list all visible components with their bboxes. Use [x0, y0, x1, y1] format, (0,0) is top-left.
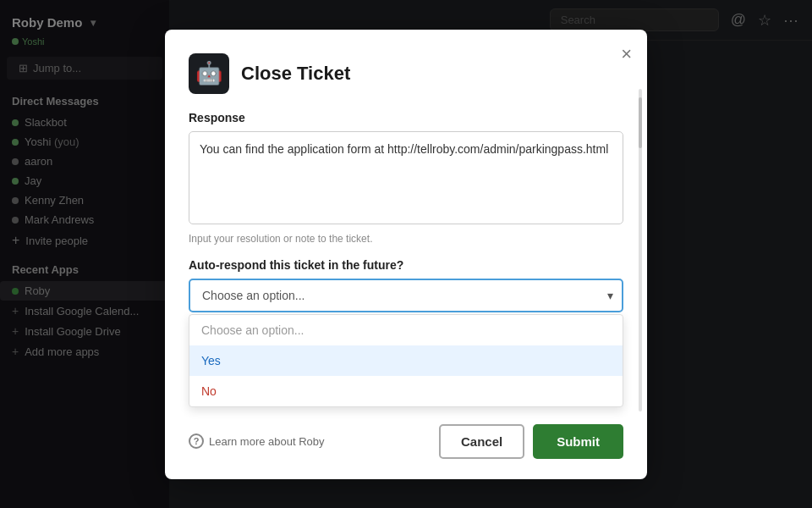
modal-footer-buttons: Cancel Submit — [439, 424, 623, 459]
modal-header: 🤖 Close Ticket — [189, 53, 623, 94]
dropdown-options-list: Choose an option... Yes No — [189, 314, 623, 407]
modal-close-button[interactable]: × — [621, 45, 632, 64]
close-ticket-modal: 🤖 Close Ticket × Response You can find t… — [165, 30, 647, 479]
scroll-indicator — [639, 89, 642, 411]
dropdown-option-no[interactable]: No — [189, 376, 623, 406]
cancel-button[interactable]: Cancel — [439, 424, 524, 459]
dropdown-option-placeholder[interactable]: Choose an option... — [189, 315, 623, 345]
auto-respond-select[interactable]: Choose an option... Yes No — [189, 279, 623, 312]
modal-overlay: 🤖 Close Ticket × Response You can find t… — [0, 0, 812, 508]
auto-respond-select-wrapper: Choose an option... Yes No ▾ — [189, 279, 623, 312]
help-circle-icon: ? — [189, 433, 204, 449]
response-textarea[interactable]: You can find the application form at htt… — [189, 131, 623, 224]
help-label: Learn more about Roby — [209, 435, 325, 448]
response-hint: Input your resolution or note to the tic… — [189, 233, 623, 245]
help-link[interactable]: ? Learn more about Roby — [189, 433, 325, 449]
modal-footer: ? Learn more about Roby Cancel Submit — [189, 424, 623, 459]
dropdown-option-yes[interactable]: Yes — [189, 345, 623, 376]
auto-respond-label: Auto-respond this ticket in the future? — [189, 258, 623, 272]
submit-button[interactable]: Submit — [533, 424, 623, 459]
roby-bot-icon: 🤖 — [189, 53, 229, 94]
scroll-thumb[interactable] — [639, 97, 642, 148]
modal-title: Close Ticket — [241, 63, 350, 85]
response-label: Response — [189, 111, 623, 124]
